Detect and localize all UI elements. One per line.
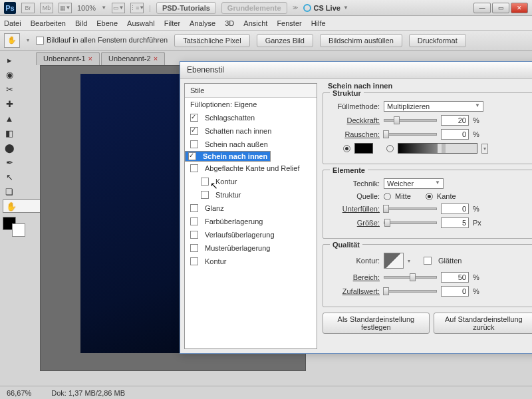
qualitat-group: Qualität Kontur: ▾ Glätten Bereich: 50 %…: [323, 244, 532, 307]
jitter-input[interactable]: 0: [441, 286, 469, 297]
source-center-radio[interactable]: [384, 193, 391, 200]
3d-tool-icon[interactable]: ❏: [3, 185, 16, 198]
noise-input[interactable]: 0: [441, 129, 469, 140]
menu-bild[interactable]: Bild: [75, 19, 87, 27]
style-item-0[interactable]: Schlagschatten: [185, 111, 317, 124]
maximize-button[interactable]: ▭: [492, 3, 509, 13]
style-check-icon[interactable]: [190, 140, 198, 148]
minimize-button[interactable]: —: [473, 3, 491, 13]
style-item-9[interactable]: Verlaufsüberlagerung: [185, 228, 317, 241]
style-check-icon[interactable]: [190, 204, 198, 212]
style-item-6[interactable]: Struktur: [185, 188, 317, 201]
style-check-icon[interactable]: [190, 244, 198, 252]
color-swatch[interactable]: [354, 143, 373, 154]
fit-screen-button[interactable]: Ganzes Bild: [257, 34, 313, 47]
style-item-7[interactable]: Glanz: [185, 201, 317, 215]
zoom-level[interactable]: 100%: [77, 4, 96, 12]
menu-hilfe[interactable]: Hilfe: [311, 19, 326, 27]
size-input[interactable]: 5: [441, 217, 469, 228]
style-check-icon[interactable]: [190, 231, 198, 239]
menu-fenster[interactable]: Fenster: [277, 19, 301, 27]
crop-tool-icon[interactable]: ✂: [3, 82, 16, 96]
style-item-4[interactable]: Abgeflachte Kante und Relief: [185, 162, 317, 175]
reset-default-button[interactable]: Auf Standardeinstellung zurück: [434, 313, 532, 334]
style-check-icon[interactable]: [190, 257, 198, 265]
style-item-5[interactable]: Kontur: [185, 175, 317, 188]
eraser-tool-icon[interactable]: ◧: [3, 126, 16, 140]
status-docsize[interactable]: Dok: 1,37 MB/2,86 MB: [51, 389, 125, 397]
workspace-button-2[interactable]: Grundelemente: [221, 2, 287, 14]
path-tool-icon[interactable]: ↖: [3, 170, 16, 184]
tab-close-icon[interactable]: ×: [154, 55, 158, 63]
menu-datei[interactable]: Datei: [4, 19, 21, 27]
status-zoom[interactable]: 66,67%: [7, 389, 31, 397]
pen-tool-icon[interactable]: ✒: [3, 156, 16, 169]
screenmode-icon[interactable]: ▭ ▼: [112, 3, 125, 13]
style-check-icon[interactable]: [190, 127, 198, 135]
move-tool-icon[interactable]: ▸: [3, 53, 16, 66]
print-size-button[interactable]: Druckformat: [409, 34, 466, 47]
menu-ansicht[interactable]: Ansicht: [243, 19, 267, 27]
range-slider[interactable]: [384, 276, 437, 279]
menu-ebene[interactable]: Ebene: [96, 19, 118, 27]
make-default-button[interactable]: Als Standardeinstellung festlegen: [323, 313, 430, 334]
gradient-radio[interactable]: [386, 145, 394, 152]
menu-filter[interactable]: Filter: [164, 19, 180, 27]
opacity-slider[interactable]: [384, 119, 437, 122]
range-input[interactable]: 50: [441, 272, 469, 283]
more-icon[interactable]: ≫: [293, 5, 298, 11]
scroll-all-windows-check[interactable]: Bildlauf in allen Fenstern durchführen: [36, 36, 168, 45]
arrange-icon[interactable]: ▦ ▼: [59, 3, 72, 13]
style-check-icon[interactable]: [190, 217, 198, 225]
style-item-10[interactable]: Musterüberlagerung: [185, 241, 317, 255]
source-label: Quelle:: [330, 192, 380, 200]
cslive-button[interactable]: CS Live ▼: [303, 4, 348, 12]
blur-tool-icon[interactable]: ⬤: [3, 141, 16, 154]
actual-pixels-button[interactable]: Tatsächliche Pixel: [174, 34, 249, 47]
lasso-tool-icon[interactable]: ◉: [3, 68, 16, 81]
menu-auswahl[interactable]: Auswahl: [127, 19, 155, 27]
close-button[interactable]: ✕: [511, 3, 528, 13]
tab-close-icon[interactable]: ×: [88, 55, 92, 63]
choke-slider[interactable]: [384, 207, 437, 210]
bridge-icon[interactable]: Br: [21, 3, 35, 13]
tab-doc-1[interactable]: Unbenannt-1×: [36, 52, 100, 65]
technique-select[interactable]: Weicher▼: [384, 178, 444, 189]
style-item-1[interactable]: Schatten nach innen: [185, 124, 317, 138]
style-check-icon[interactable]: [190, 114, 198, 122]
gradient-picker[interactable]: [398, 143, 477, 154]
blendmode-select[interactable]: Multiplizieren▼: [384, 101, 483, 112]
choke-input[interactable]: 0: [441, 203, 469, 214]
jitter-slider[interactable]: [384, 290, 437, 293]
color-radio[interactable]: [343, 145, 350, 152]
style-item-3[interactable]: Schein nach innen: [185, 151, 271, 162]
style-item-8[interactable]: Farbüberlagerung: [185, 215, 317, 228]
extras-icon[interactable]: ⋮≡ ▼: [130, 3, 144, 13]
menu-3d[interactable]: 3D: [225, 19, 234, 27]
hand-tool-icon[interactable]: ✋: [4, 33, 20, 48]
menu-bearbeiten[interactable]: Bearbeiten: [31, 19, 66, 27]
chevron-down-icon[interactable]: ▼: [101, 5, 106, 11]
minibridge-icon[interactable]: Mb: [40, 3, 53, 13]
fill-screen-button[interactable]: Bildschirm ausfüllen: [320, 34, 402, 47]
style-item-11[interactable]: Kontur: [185, 255, 317, 268]
antialias-check[interactable]: [424, 257, 432, 265]
source-edge-radio[interactable]: [426, 193, 433, 200]
fill-options[interactable]: Fülloptionen: Eigene: [185, 98, 317, 111]
style-item-2[interactable]: Schein nach außen: [185, 138, 317, 151]
opacity-input[interactable]: 20: [441, 115, 469, 126]
noise-slider[interactable]: [384, 133, 437, 136]
size-slider[interactable]: [384, 221, 437, 224]
gradient-dropdown-icon[interactable]: ▾: [481, 144, 488, 154]
tab-doc-2[interactable]: Unbenannt-2×: [101, 52, 165, 65]
healing-tool-icon[interactable]: ✚: [3, 97, 16, 110]
style-check-icon[interactable]: [190, 164, 198, 172]
menu-analyse[interactable]: Analyse: [190, 19, 215, 27]
contour-picker[interactable]: [384, 253, 404, 269]
style-check-icon[interactable]: [201, 178, 209, 186]
style-check-icon[interactable]: [188, 152, 196, 160]
workspace-button-1[interactable]: PSD-Tutorials: [156, 2, 216, 14]
style-check-icon[interactable]: [201, 191, 209, 199]
stamp-tool-icon[interactable]: ▲: [3, 112, 16, 125]
color-swatches[interactable]: [3, 217, 25, 237]
